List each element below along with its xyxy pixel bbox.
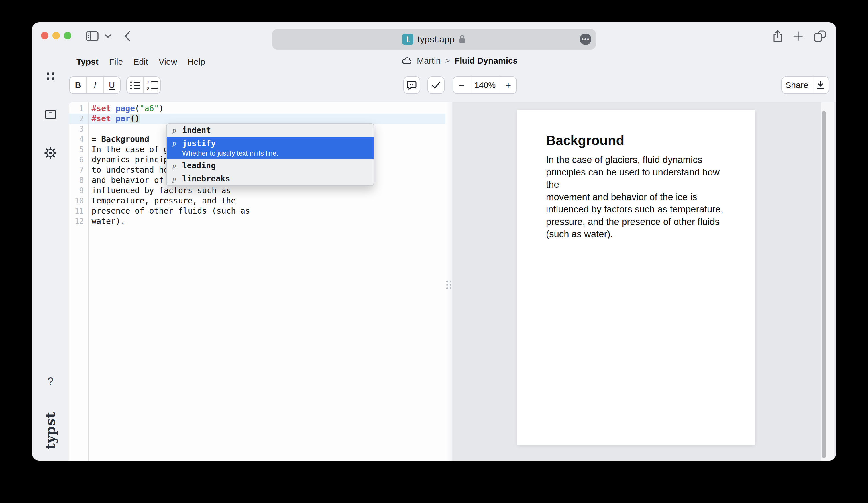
page-settings-icon[interactable]: ••• [580,34,591,45]
new-tab-icon[interactable] [792,30,805,43]
preview-heading: Background [546,133,624,148]
pane-splitter[interactable] [445,102,452,461]
sidebar-toggle-icon[interactable] [85,30,100,42]
autocomplete-item-justify[interactable]: pjustifyWhether to justify text in its l… [167,137,374,159]
autocomplete-item-indent[interactable]: pindent [167,124,374,137]
menu-item-edit[interactable]: Edit [133,56,148,67]
numbered-list-icon: 1 2 [147,80,158,91]
zoom-control: − 140% + [453,76,517,94]
italic-button[interactable]: I [86,77,103,93]
underline-button[interactable]: U [103,77,120,93]
zoom-out-button[interactable]: − [453,77,470,93]
preview-page: Background In the case of glaciers, flui… [517,110,755,445]
bullet-list-button[interactable] [127,77,143,93]
autocomplete-kind: p [173,126,182,135]
code-line[interactable]: #set par() [89,114,446,124]
line-number: 7 [69,165,88,175]
autocomplete-kind: p [173,161,182,171]
zoom-in-button[interactable]: + [499,77,516,93]
breadcrumb: Martin > Fluid Dynamics [402,56,517,65]
dashboard-grid-icon[interactable] [32,72,69,80]
download-icon [816,81,824,90]
menu-item-typst[interactable]: Typst [76,56,99,67]
autocomplete-description: Whether to justify text in its line. [182,149,278,157]
preview-body: In the case of glaciers, fluid dynamicsp… [546,154,734,240]
breadcrumb-workspace[interactable]: Martin [417,56,441,65]
preview-pane: Background In the case of glaciers, flui… [452,102,836,461]
code-line[interactable]: #set page("a6") [89,103,446,114]
autocomplete-popup: pindentpjustifyWhether to justify text i… [166,123,374,186]
download-button[interactable] [812,77,829,93]
format-group: B I U [69,76,121,94]
list-group: 1 2 [126,76,161,94]
line-number: 4 [69,134,88,144]
line-number: 6 [69,155,88,165]
url-text: typst.app [417,34,455,45]
breadcrumb-document-title[interactable]: Fluid Dynamics [455,56,518,65]
code-line[interactable]: water). [89,216,446,227]
autocomplete-label: linebreaks [182,174,230,184]
check-button[interactable] [427,76,445,94]
line-number: 10 [69,196,88,206]
bullet-list-icon [130,82,140,89]
app-menubar: TypstFileEditViewHelp [76,56,205,67]
bold-button[interactable]: B [70,77,86,93]
preview-body-line: influenced by factors such as temperatur… [546,203,734,216]
breadcrumb-separator: > [445,56,450,65]
share-button[interactable]: Share [782,77,812,93]
share-group: Share [781,76,829,94]
preview-scrollbar-track[interactable] [821,102,834,461]
line-number: 9 [69,186,88,196]
check-icon [428,77,444,93]
fullscreen-window-button[interactable] [64,32,71,39]
menu-item-help[interactable]: Help [187,56,205,67]
numbered-list-button[interactable]: 1 2 [143,77,160,93]
line-number: 12 [69,216,88,227]
preview-scrollbar-thumb[interactable] [822,111,826,458]
line-number-gutter: 123456789101112 [69,103,88,227]
content-area: 123456789101112 #set page("a6")#set par(… [32,102,836,461]
traffic-lights [41,32,71,39]
preview-body-line: In the case of glaciers, fluid dynamics [546,154,734,166]
code-editor[interactable]: 123456789101112 #set page("a6")#set par(… [69,102,445,461]
browser-window: t typst.app ••• [32,22,836,461]
autocomplete-label: justify [182,139,278,148]
autocomplete-label: indent [182,126,211,135]
code-line[interactable]: temperature, pressure, and the [89,196,446,206]
comment-button[interactable] [403,76,420,94]
minimize-window-button[interactable] [52,32,60,39]
tab-overview-icon[interactable] [813,30,827,43]
menu-item-file[interactable]: File [109,56,123,67]
preview-body-line: pressure, and the presence of other flui… [546,216,734,228]
autocomplete-item-linebreaks[interactable]: plinebreaks [167,172,374,186]
line-number: 5 [69,144,88,155]
code-line[interactable]: influenced by factors such as [89,186,446,196]
share-page-icon[interactable] [772,30,784,43]
autocomplete-item-leading[interactable]: pleading [167,159,374,172]
chevron-down-icon[interactable] [104,33,112,39]
lock-icon [458,35,466,44]
preview-body-line: (such as water). [546,228,734,240]
chrome-divider [103,30,103,42]
comment-icon [404,77,420,93]
splitter-grip-icon [446,281,451,289]
line-number: 11 [69,206,88,216]
autocomplete-label: leading [182,161,216,171]
menu-item-view[interactable]: View [159,56,177,67]
line-number: 3 [69,124,88,134]
autocomplete-kind: p [173,174,182,184]
screen: t typst.app ••• [0,0,868,503]
code-line[interactable]: presence of other fluids (such as [89,206,446,216]
site-favicon: t [402,34,413,45]
autocomplete-kind: p [173,139,182,148]
cloud-icon [402,57,412,65]
line-number: 1 [69,103,88,114]
zoom-level[interactable]: 140% [470,77,499,93]
preview-body-line: principles can be used to understand how… [546,166,734,191]
line-number: 2 [69,114,88,124]
close-window-button[interactable] [41,32,49,39]
line-number: 8 [69,175,88,186]
back-icon[interactable] [123,30,132,42]
url-bar[interactable]: t typst.app ••• [272,29,596,50]
preview-body-line: movement and behavior of the ice is [546,191,734,203]
